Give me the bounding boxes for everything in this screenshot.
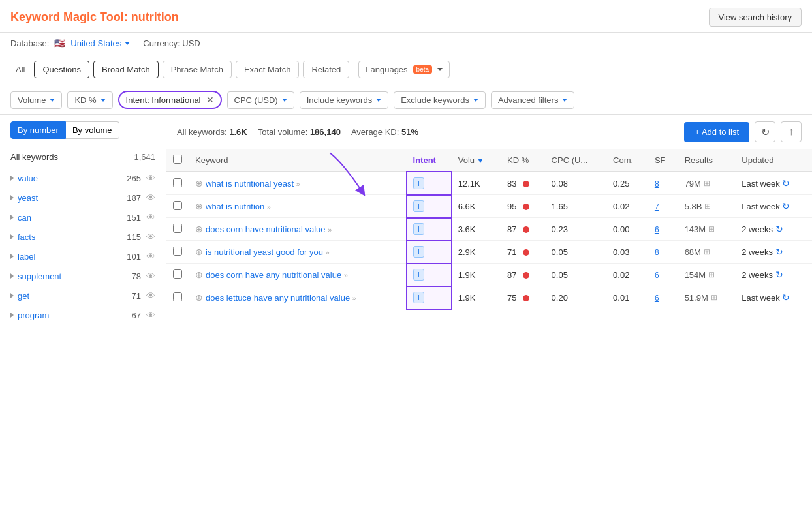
refresh-icon[interactable]: ↻ [782, 292, 790, 303]
updated-column-header[interactable]: Updated [735, 149, 812, 172]
total-volume-value: 186,140 [310, 127, 341, 137]
eye-icon[interactable]: 👁 [146, 310, 155, 320]
eye-icon[interactable]: 👁 [146, 251, 155, 262]
volume-column-header[interactable]: Volu ▼ [452, 149, 501, 172]
intent-column-header[interactable]: Intent [407, 149, 452, 172]
keyword-link[interactable]: is nutritional yeast good for you [206, 247, 323, 257]
sidebar-item-can[interactable]: can 151 👁 [0, 207, 166, 227]
sf-link[interactable]: 8 [655, 248, 659, 257]
cpc-column-header[interactable]: CPC (U... [545, 149, 607, 172]
sf-link[interactable]: 6 [655, 271, 659, 280]
stats-bar: All keywords: 1.6K Total volume: 186,140… [166, 115, 812, 149]
row-checkbox[interactable] [173, 178, 182, 187]
intent-filter[interactable]: Intent: Informational ✕ [118, 91, 222, 109]
table-row: ⊕what is nutritional yeast »I12.1K83 0.0… [166, 172, 812, 195]
results-cell: 68M ⊞ [678, 241, 736, 264]
keyword-link[interactable]: does corn have any nutritional value [206, 270, 341, 280]
include-keywords-filter[interactable]: Include keywords [300, 91, 388, 109]
kd-filter[interactable]: KD % [67, 91, 112, 109]
keyword-link[interactable]: does corn have nutritional value [206, 224, 326, 234]
com-column-header[interactable]: Com. [606, 149, 648, 172]
sidebar-item-facts[interactable]: facts 115 👁 [0, 227, 166, 247]
refresh-icon[interactable]: ↻ [775, 247, 783, 257]
sidebar-item-label[interactable]: label 101 👁 [0, 247, 166, 266]
tab-phrase-match[interactable]: Phrase Match [163, 61, 232, 78]
results-cell: 51.9M ⊞ [678, 286, 736, 309]
row-checkbox[interactable] [173, 247, 182, 256]
sidebar-item-supplement[interactable]: supplement 78 👁 [0, 266, 166, 286]
sidebar-count: 78 [132, 271, 141, 281]
sf-column-header[interactable]: SF [648, 149, 678, 172]
com-cell: 0.00 [606, 218, 648, 241]
row-checkbox[interactable] [173, 201, 182, 210]
refresh-icon[interactable]: ↻ [775, 269, 783, 280]
sf-cell[interactable]: 8 [648, 172, 678, 195]
com-cell: 0.01 [606, 286, 648, 309]
sidebar-item-value[interactable]: value 265 👁 [0, 168, 166, 188]
eye-icon[interactable]: 👁 [146, 290, 155, 301]
tab-questions[interactable]: Questions [34, 61, 89, 78]
export-button[interactable]: ↑ [781, 121, 802, 142]
view-history-button[interactable]: View search history [709, 8, 802, 27]
sidebar-item-yeast[interactable]: yeast 187 👁 [0, 188, 166, 207]
refresh-icon[interactable]: ↻ [775, 224, 783, 234]
add-to-list-button[interactable]: + Add to list [684, 122, 749, 142]
refresh-icon[interactable]: ↻ [782, 201, 790, 211]
eye-icon[interactable]: 👁 [146, 192, 155, 203]
cpc-filter[interactable]: CPC (USD) [227, 91, 294, 109]
row-checkbox[interactable] [173, 292, 182, 301]
by-volume-button[interactable]: By volume [66, 121, 119, 139]
tab-all[interactable]: All [10, 61, 30, 78]
refresh-button[interactable]: ↻ [755, 121, 775, 142]
keyword-link[interactable]: does lettuce have any nutritional value [206, 293, 350, 303]
sf-link[interactable]: 8 [655, 179, 659, 189]
tab-broad-match[interactable]: Broad Match [93, 61, 159, 78]
tab-related[interactable]: Related [303, 61, 349, 78]
results-column-header[interactable]: Results [678, 149, 736, 172]
intent-filter-close[interactable]: ✕ [206, 95, 214, 105]
sf-cell[interactable]: 6 [648, 286, 678, 309]
eye-icon[interactable]: 👁 [146, 232, 155, 242]
sidebar-item-get[interactable]: get 71 👁 [0, 286, 166, 305]
sf-cell[interactable]: 7 [648, 195, 678, 218]
tab-exact-match[interactable]: Exact Match [236, 61, 300, 78]
kd-dot [523, 204, 529, 210]
sf-cell[interactable]: 6 [648, 218, 678, 241]
sidebar-count: 101 [127, 252, 141, 262]
row-checkbox[interactable] [173, 269, 182, 279]
kd-dot [523, 249, 529, 256]
double-arrow-icon: » [326, 249, 330, 256]
advanced-filters[interactable]: Advanced filters [491, 91, 575, 109]
sf-cell[interactable]: 6 [648, 264, 678, 286]
eye-icon[interactable]: 👁 [146, 271, 155, 281]
country-selector[interactable]: United States [70, 38, 130, 48]
sf-link[interactable]: 6 [655, 294, 659, 303]
languages-dropdown[interactable]: Languages beta [358, 61, 450, 78]
eye-icon[interactable]: 👁 [146, 173, 155, 183]
table-row: ⊕does lettuce have any nutritional value… [166, 286, 812, 309]
select-all-checkbox[interactable] [173, 155, 182, 164]
keyword-column-header[interactable]: Keyword [189, 149, 407, 172]
sidebar-label: facts [18, 232, 35, 242]
results-icon: ⊞ [704, 179, 710, 188]
kd-column-header[interactable]: KD % [501, 149, 545, 172]
sf-link[interactable]: 6 [655, 225, 659, 234]
chevron-right-icon [10, 234, 14, 239]
sf-link[interactable]: 7 [655, 202, 659, 211]
results-icon: ⊞ [708, 224, 715, 234]
keyword-link[interactable]: what is nutrition [206, 202, 264, 211]
sidebar-item-program[interactable]: program 67 👁 [0, 305, 166, 325]
eye-icon[interactable]: 👁 [146, 212, 155, 222]
sf-cell[interactable]: 8 [648, 241, 678, 264]
keyword-link[interactable]: what is nutritional yeast [206, 179, 294, 189]
country-label: United States [70, 38, 121, 48]
by-number-button[interactable]: By number [10, 121, 66, 139]
row-checkbox[interactable] [173, 224, 182, 233]
cpc-chevron-icon [282, 99, 287, 102]
volume-filter[interactable]: Volume [10, 91, 62, 109]
table-area: All keywords: 1.6K Total volume: 186,140… [166, 115, 812, 505]
exclude-keywords-filter[interactable]: Exclude keywords [394, 91, 486, 109]
page-header: Keyword Magic Tool: nutrition View searc… [0, 0, 812, 33]
tabs-row: All Questions Broad Match Phrase Match E… [0, 54, 812, 85]
refresh-icon[interactable]: ↻ [782, 178, 790, 189]
